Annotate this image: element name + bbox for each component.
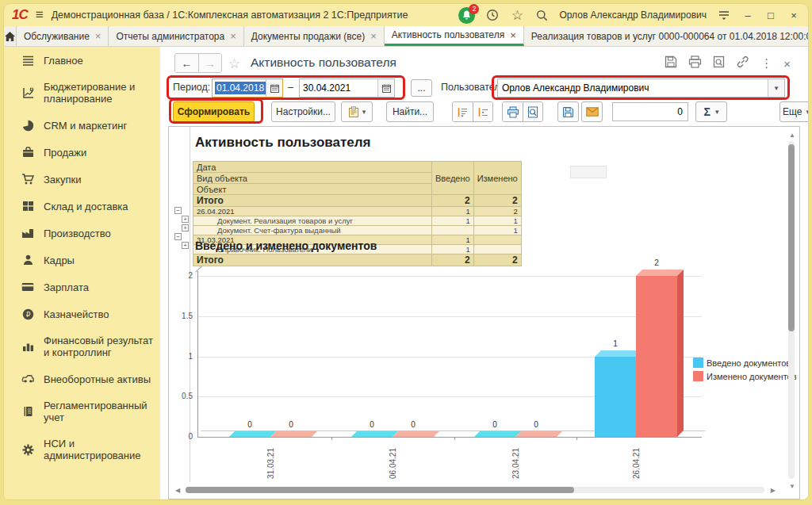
sidebar-item[interactable]: Регламентированный учет (4, 392, 160, 430)
table-cell[interactable]: Изменено (473, 162, 521, 195)
save-result-button[interactable] (557, 101, 579, 122)
sidebar-item[interactable]: Продажи (4, 139, 160, 166)
vertical-scrollbar[interactable]: ▲ ▼ (787, 132, 796, 490)
sidebar-item[interactable]: Кадры (4, 247, 160, 274)
sidebar-item[interactable]: Зарплата (4, 274, 160, 300)
table-cell[interactable]: Объект (193, 184, 432, 195)
close-window-button[interactable]: × (787, 10, 800, 21)
table-cell[interactable] (432, 226, 474, 235)
table-cell[interactable]: 1 (473, 216, 521, 226)
favorites-star-icon[interactable]: ☆ (510, 8, 524, 22)
table-cell[interactable]: 2 (473, 254, 521, 266)
expand-node-icon[interactable]: + (182, 216, 189, 223)
minimize-button[interactable]: – (741, 10, 754, 21)
table-cell[interactable]: 26.04.2021 (193, 207, 432, 216)
tab-close-icon[interactable]: × (370, 30, 377, 42)
period-to-field[interactable]: 30.04.2021 (299, 78, 395, 98)
sidebar-item[interactable]: Закупки (4, 166, 160, 193)
report-result-area[interactable]: −++−+ Активность пользователя ДатаВведен… (168, 126, 800, 499)
sum-button[interactable]: Σ ▾ (695, 101, 727, 122)
sidebar-item[interactable]: Главное (4, 47, 160, 74)
autosum-value-field[interactable]: 0 (612, 102, 688, 121)
maximize-button[interactable]: □ (764, 10, 777, 21)
sidebar-item[interactable]: Внеоборотные активы (4, 365, 160, 392)
collapse-node-icon[interactable]: − (174, 233, 182, 240)
favorite-star-icon[interactable]: ☆ (228, 55, 240, 72)
table-cell[interactable]: Введено (432, 162, 474, 195)
find-button[interactable]: Найти... (386, 101, 434, 122)
tab-close-icon[interactable]: × (230, 30, 236, 42)
expand-node-icon[interactable]: + (182, 242, 189, 249)
get-link-icon[interactable] (736, 55, 749, 71)
print-icon[interactable] (688, 55, 702, 71)
tab-close-icon[interactable]: × (510, 29, 516, 41)
user-select-field[interactable]: Орлов Александр Владимирович ▾ (497, 78, 785, 98)
table-cell[interactable]: 1 (432, 207, 474, 216)
sidebar-item[interactable]: ₽Казначейство (4, 300, 160, 327)
more-button[interactable]: Еще ▾ (779, 101, 809, 122)
table-cell[interactable]: 2 (473, 207, 521, 216)
table-cell[interactable] (473, 245, 521, 254)
table-cell[interactable]: 1 (473, 226, 521, 235)
table-cell[interactable] (473, 235, 521, 245)
forward-button[interactable]: → (198, 54, 221, 72)
back-button[interactable]: ← (175, 54, 198, 72)
sidebar-item[interactable]: CRM и маркетинг (4, 112, 160, 139)
sidebar-item[interactable]: НСИ и администрирование (4, 430, 160, 469)
tab[interactable]: Обслуживание× (17, 26, 109, 46)
table-cell[interactable]: Документ. Счет-фактура выданный (193, 226, 432, 235)
table-row[interactable]: Итого22 (193, 254, 522, 266)
current-user-name[interactable]: Орлов Александр Владимирович (559, 10, 707, 21)
search-icon[interactable] (534, 8, 549, 22)
table-cell[interactable]: Итого (193, 254, 432, 266)
table-cell[interactable]: 1 (432, 245, 474, 254)
preview-icon[interactable] (713, 55, 725, 71)
table-cell[interactable]: 1 (432, 235, 474, 245)
period-dots-button[interactable]: ... (411, 79, 432, 97)
tab[interactable]: Реализация товаров и услуг 0000-000064 о… (524, 26, 809, 46)
close-report-button[interactable]: × (783, 57, 791, 71)
table-cell[interactable]: Документ. Реализация товаров и услуг (193, 216, 432, 226)
sidebar-item[interactable]: ₽Бюджетирование и планирование (4, 74, 160, 112)
send-email-button[interactable] (581, 101, 603, 122)
table-row[interactable]: 26.04.202112 (193, 207, 522, 216)
chevron-down-icon[interactable]: ▾ (768, 79, 784, 97)
tab[interactable]: Отчеты администратора× (109, 26, 243, 46)
table-cell[interactable]: 2 (473, 195, 521, 207)
table-row[interactable]: Итого22 (193, 195, 522, 207)
report-variants-button[interactable]: ▾ (341, 101, 373, 122)
more-menu-kebab-icon[interactable]: ⋮ (760, 56, 772, 71)
table-row[interactable]: Документ. Счет-фактура выданный1 (193, 226, 522, 235)
calendar-icon[interactable] (266, 79, 282, 97)
tab[interactable]: Активность пользователя× (385, 26, 524, 46)
vertical-scrollbar-thumb[interactable] (788, 144, 795, 331)
calendar-icon[interactable] (377, 79, 394, 97)
save-icon[interactable] (665, 55, 677, 71)
print-button-icon[interactable] (503, 102, 523, 121)
expand-groups-icon[interactable] (453, 102, 473, 121)
history-icon[interactable] (485, 8, 500, 22)
service-menu-icon[interactable] (717, 8, 731, 22)
horizontal-scrollbar-thumb[interactable] (186, 487, 574, 493)
sidebar-item[interactable]: Склад и доставка (4, 193, 160, 220)
generate-button[interactable]: Сформировать (173, 101, 255, 122)
collapse-node-icon[interactable]: − (174, 207, 182, 214)
table-cell[interactable]: Дата (193, 162, 432, 173)
table-row[interactable]: Документ. Реализация товаров и услуг11 (193, 216, 522, 226)
sidebar-item[interactable]: Финансовый результат и контроллинг (4, 327, 160, 365)
period-from-field[interactable]: 01.04.2018 (212, 78, 283, 98)
table-cell[interactable]: 2 (432, 254, 474, 266)
settings-button[interactable]: Настройки... (271, 101, 335, 122)
table-cell[interactable]: Итого (193, 195, 432, 207)
table-cell[interactable]: 2 (432, 195, 474, 207)
tab-close-icon[interactable]: × (95, 30, 102, 42)
horizontal-scrollbar[interactable]: ◀ ▶ (175, 485, 776, 495)
notifications-bell-icon[interactable]: 2 (458, 7, 475, 24)
main-menu-icon[interactable]: ≡ (36, 7, 44, 23)
sidebar-item[interactable]: Производство (4, 220, 160, 247)
expand-node-icon[interactable]: + (182, 224, 189, 231)
tab[interactable]: Документы продажи (все)× (244, 26, 385, 46)
home-tab[interactable] (4, 26, 17, 46)
table-cell[interactable]: 1 (432, 216, 474, 226)
collapse-groups-icon[interactable] (473, 102, 492, 121)
